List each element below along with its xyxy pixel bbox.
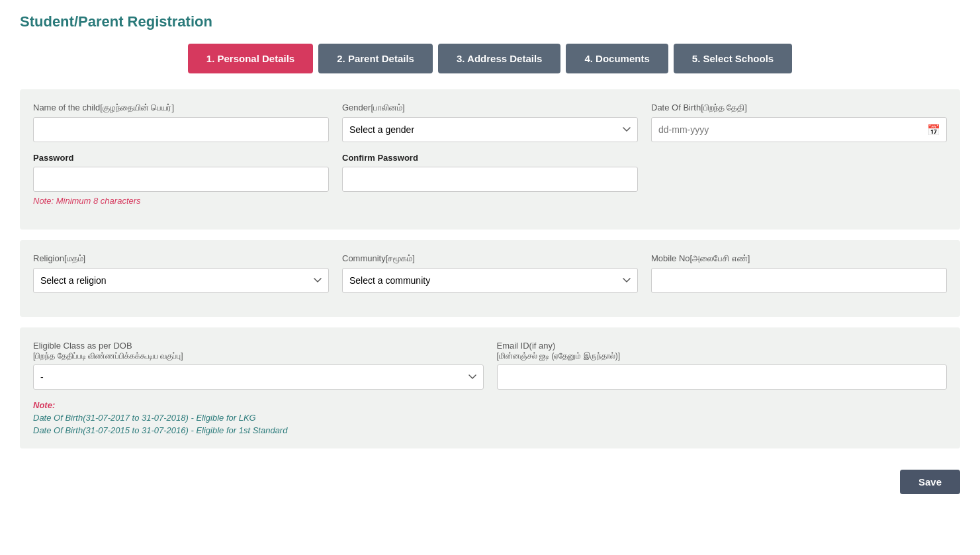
child-name-label: Name of the child[குழந்தையின் பெயர்] [33, 103, 329, 113]
mobile-input[interactable] [651, 268, 947, 293]
password-group: Password Note: Minimum 8 characters [33, 153, 329, 206]
community-label: Community[சமூகம்] [342, 253, 638, 264]
password-note: Note: Minimum 8 characters [33, 196, 329, 206]
religion-select[interactable]: Select a religion Hinduism Christianity … [33, 268, 329, 293]
child-name-input[interactable] [33, 117, 329, 142]
step-1-button[interactable]: 1. Personal Details [188, 44, 313, 73]
community-group: Community[சமூகம்] Select a community OC … [342, 253, 638, 293]
password-label: Password [33, 153, 329, 163]
dob-spacer [651, 153, 947, 206]
eligible-class-section: Eligible Class as per DOB [பிறந்த தேதிப்… [20, 327, 960, 448]
gender-group: Gender[பாலினம்] Select a gender Male Fem… [342, 103, 638, 142]
confirm-password-input[interactable] [342, 167, 638, 192]
steps-bar: 1. Personal Details 2. Parent Details 3.… [20, 44, 960, 73]
dob-label: Date Of Birth[பிறந்த தேதி] [651, 103, 947, 113]
eligible-class-group: Eligible Class as per DOB [பிறந்த தேதிப்… [33, 341, 484, 390]
child-name-group: Name of the child[குழந்தையின் பெயர்] [33, 103, 329, 142]
note-line1: Date Of Birth(31-07-2017 to 31-07-2018) … [33, 413, 947, 423]
note-line2: Date Of Birth(31-07-2015 to 31-07-2016) … [33, 425, 947, 435]
save-bar: Save [20, 459, 960, 499]
eligible-note-block: Note: Date Of Birth(31-07-2017 to 31-07-… [33, 400, 947, 435]
email-input[interactable] [497, 364, 948, 390]
confirm-password-group: Confirm Password [342, 153, 638, 206]
dob-group: Date Of Birth[பிறந்த தேதி] 📅 [651, 103, 947, 142]
dob-input[interactable] [651, 117, 947, 142]
email-group: Email ID(if any) [மின்னஞ்சல் ஐடி (ஏதேனும… [497, 341, 948, 390]
save-button[interactable]: Save [900, 470, 960, 494]
confirm-password-label: Confirm Password [342, 153, 638, 163]
step-3-button[interactable]: 3. Address Details [438, 44, 561, 73]
gender-label: Gender[பாலினம்] [342, 103, 638, 113]
page-title: Student/Parent Registration [20, 13, 960, 30]
step-2-button[interactable]: 2. Parent Details [318, 44, 433, 73]
mobile-label: Mobile No[அலைபேசி எண்] [651, 253, 947, 264]
religion-label: Religion[மதம்] [33, 253, 329, 264]
eligible-class-select[interactable]: - [33, 364, 484, 390]
mobile-group: Mobile No[அலைபேசி எண்] [651, 253, 947, 293]
step-4-button[interactable]: 4. Documents [566, 44, 668, 73]
password-input[interactable] [33, 167, 329, 192]
eligible-class-label: Eligible Class as per DOB [பிறந்த தேதிப்… [33, 341, 484, 361]
email-label: Email ID(if any) [மின்னஞ்சல் ஐடி (ஏதேனும… [497, 341, 948, 361]
religion-community-section: Religion[மதம்] Select a religion Hinduis… [20, 240, 960, 317]
personal-details-section: Name of the child[குழந்தையின் பெயர்] Gen… [20, 89, 960, 230]
gender-select[interactable]: Select a gender Male Female Other [342, 117, 638, 142]
religion-group: Religion[மதம்] Select a religion Hinduis… [33, 253, 329, 293]
note-label: Note: [33, 400, 947, 410]
community-select[interactable]: Select a community OC BC MBC SC ST [342, 268, 638, 293]
step-5-button[interactable]: 5. Select Schools [674, 44, 792, 73]
